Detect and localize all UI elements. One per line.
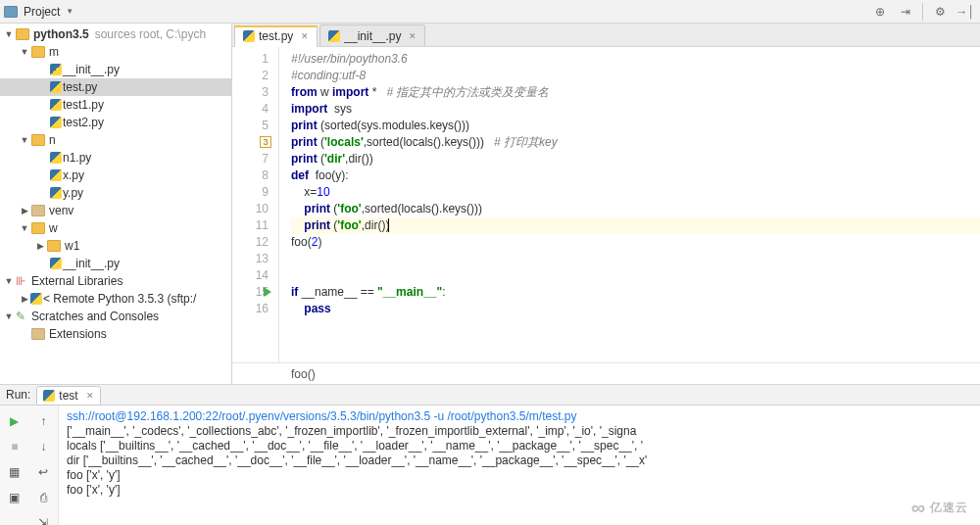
python-file-icon [49, 80, 63, 94]
project-title[interactable]: Project [24, 5, 60, 19]
tree-file[interactable]: x.py [0, 167, 231, 184]
tree-dir-n[interactable]: ▼ n [0, 131, 231, 149]
export-button[interactable]: ⇲ [33, 513, 53, 525]
inspection-badge-icon[interactable]: 3 [260, 136, 271, 148]
tab-test-py[interactable]: test.py ✕ [234, 25, 318, 47]
tree-scratches[interactable]: ▼ ✎ Scratches and Consoles [0, 308, 231, 325]
editor-gutter[interactable]: 1 2 3 4 5 63 7 8 9 10 11 12 13 14 15 16 [232, 47, 279, 362]
tree-file[interactable]: __init__.py [0, 61, 231, 78]
soft-wrap-button[interactable]: ↩ [33, 462, 53, 482]
tree-root[interactable]: ▼ python3.5 sources root, C:\pych [0, 25, 231, 43]
output-line: dir ['__builtins__', '__cached__', '__do… [67, 453, 647, 467]
python-file-icon [49, 151, 63, 165]
output-line: ['__main__', '_codecs', '_collections_ab… [67, 424, 636, 438]
tree-label: < Remote Python 3.5.3 (sftp:/ [43, 292, 196, 306]
tree-file[interactable]: __init__.py [0, 255, 231, 272]
close-icon[interactable]: ✕ [86, 391, 94, 401]
scratch-icon: ✎ [14, 310, 27, 323]
tree-label: External Libraries [31, 274, 122, 288]
tree-external-libraries[interactable]: ▼ ⊪ External Libraries [0, 272, 231, 290]
tab-label: test.py [259, 29, 293, 43]
python-icon [29, 292, 43, 306]
tree-extensions[interactable]: ▶ Extensions [0, 325, 231, 343]
tree-remote-python[interactable]: ▶ < Remote Python 3.5.3 (sftp:/ [0, 290, 231, 308]
project-tree[interactable]: ▼ python3.5 sources root, C:\pych ▼ m __… [0, 24, 232, 384]
tree-label: __init__.py [63, 63, 120, 76]
tree-file-selected[interactable]: test.py [0, 78, 231, 96]
tree-label: x.py [63, 168, 84, 182]
output-line: foo ['x', 'y'] [67, 483, 121, 497]
tab-init-py[interactable]: __init__.py ✕ [319, 24, 425, 46]
chevron-down-icon[interactable]: ▼ [20, 223, 29, 233]
tree-label: m [49, 45, 59, 59]
print-button[interactable]: ⎙ [33, 488, 53, 507]
python-file-icon [49, 98, 63, 112]
watermark-text: 亿速云 [930, 500, 968, 516]
tree-label: __init__.py [63, 257, 120, 270]
folder-icon [31, 46, 45, 58]
tree-label: Extensions [49, 327, 107, 341]
folder-icon [16, 28, 29, 40]
rerun-button[interactable]: ▶ [5, 411, 24, 431]
folder-icon [31, 205, 45, 216]
chevron-down-icon[interactable]: ▼ [20, 135, 29, 145]
chevron-right-icon[interactable]: ▶ [35, 241, 45, 251]
tree-label: python3.5 [33, 27, 89, 41]
tree-dir-w[interactable]: ▼ w [0, 219, 231, 237]
python-file-icon [49, 168, 63, 182]
tree-label: n [49, 133, 56, 147]
python-file-icon [328, 30, 340, 42]
folder-icon [31, 222, 45, 234]
output-line: foo ['x', 'y'] [67, 468, 121, 482]
tree-label: y.py [63, 186, 83, 200]
python-file-icon [49, 257, 63, 270]
tree-dir-venv[interactable]: ▶ venv [0, 202, 231, 219]
tree-label: venv [49, 204, 74, 217]
stop-button[interactable]: ■ [5, 437, 24, 456]
code-area[interactable]: #!/user/bin/poython3.6 #conding:utf-8 fr… [279, 47, 980, 362]
breadcrumb-item[interactable]: foo() [291, 367, 316, 381]
tree-file[interactable]: test1.py [0, 96, 231, 114]
tree-label: test2.py [63, 116, 104, 129]
run-tab[interactable]: test ✕ [36, 386, 100, 406]
run-output[interactable]: ssh://root@192.168.1.200:22/root/.pyenv/… [59, 406, 980, 525]
tree-file[interactable]: n1.py [0, 149, 231, 167]
chevron-right-icon[interactable]: ▶ [20, 294, 29, 304]
pin-button[interactable]: ▣ [5, 488, 24, 507]
chevron-down-icon[interactable]: ▼ [4, 276, 14, 286]
tree-file[interactable]: y.py [0, 184, 231, 202]
python-file-icon [43, 390, 55, 402]
chevron-down-icon[interactable]: ▼ [66, 7, 74, 16]
gear-icon[interactable]: ⚙ [929, 1, 951, 23]
python-file-icon [49, 63, 63, 76]
tree-dir-m[interactable]: ▼ m [0, 43, 231, 61]
run-gutter-icon[interactable] [264, 287, 271, 297]
python-file-icon [243, 30, 255, 42]
tree-file[interactable]: test2.py [0, 114, 231, 131]
collapse-icon[interactable]: ⇥ [895, 1, 916, 23]
tree-label: n1.py [63, 151, 91, 165]
tree-label: Scratches and Consoles [31, 310, 159, 323]
output-line: locals ['__builtins__', '__cached__', '_… [67, 439, 643, 453]
hide-icon[interactable]: →│ [955, 1, 976, 23]
chevron-down-icon[interactable]: ▼ [4, 311, 14, 321]
chevron-right-icon[interactable]: ▶ [20, 206, 29, 215]
code-editor[interactable]: 1 2 3 4 5 63 7 8 9 10 11 12 13 14 15 16 … [232, 47, 980, 362]
layout-button[interactable]: ▦ [5, 462, 24, 482]
locate-icon[interactable]: ⊕ [869, 1, 891, 23]
run-command: ssh://root@192.168.1.200:22/root/.pyenv/… [67, 409, 577, 423]
python-file-icon [49, 116, 63, 129]
chevron-down-icon[interactable]: ▼ [20, 47, 29, 57]
library-icon: ⊪ [14, 274, 27, 288]
close-icon[interactable]: ✕ [301, 31, 309, 41]
tree-label: w [49, 221, 58, 235]
tree-hint: sources root, C:\pych [95, 27, 206, 41]
editor-breadcrumb[interactable]: foo() [232, 362, 980, 384]
scroll-up-button[interactable]: ↑ [33, 411, 53, 431]
cloud-icon: ∞ [911, 497, 926, 519]
editor-tabs: test.py ✕ __init__.py ✕ [232, 24, 980, 47]
tree-dir-w1[interactable]: ▶ w1 [0, 237, 231, 255]
scroll-down-button[interactable]: ↓ [33, 437, 53, 456]
chevron-down-icon[interactable]: ▼ [4, 29, 14, 39]
close-icon[interactable]: ✕ [409, 31, 416, 41]
